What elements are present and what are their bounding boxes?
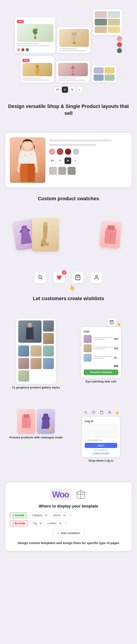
cart-item-price-1: $57 <box>114 338 118 340</box>
size-xs-swatch[interactable]: XS <box>49 158 56 164</box>
card-text-lines-3 <box>22 78 52 81</box>
category-select[interactable]: Category <box>29 512 48 518</box>
svg-point-25 <box>38 276 41 278</box>
woo-title: Where to display your template <box>39 504 98 509</box>
gallery-thumb-7[interactable] <box>30 358 41 369</box>
gallery-thumb-9[interactable] <box>18 370 29 382</box>
cart-block: 👆 Cart $57 <box>70 318 132 384</box>
gallery-block: 11 gorgeous product gallery styles <box>5 318 67 390</box>
text-line <box>17 43 39 44</box>
boot-card <box>32 218 59 252</box>
condition-close-2[interactable]: × <box>65 521 67 525</box>
gallery-thumb-3[interactable] <box>18 346 29 356</box>
gallery-thumb-6[interactable] <box>18 358 29 369</box>
search-icon-btn[interactable] <box>35 272 46 283</box>
layout-card-4 <box>56 61 90 82</box>
svg-line-34 <box>86 413 87 414</box>
cart-item-image-2 <box>84 344 92 352</box>
cart-total-price: $80 <box>114 364 118 368</box>
cart-panel: Cart $57 $22 <box>81 327 121 378</box>
exclude-tag[interactable]: + Exclude <box>10 520 28 526</box>
text-line <box>59 48 77 49</box>
include-tag[interactable]: + Include <box>10 512 27 518</box>
svg-rect-3 <box>34 37 36 39</box>
user-icon <box>94 274 99 280</box>
heart-icon-small[interactable] <box>91 409 97 416</box>
texture-swatch[interactable] <box>49 167 57 175</box>
leather-select[interactable]: Leather <box>44 520 62 526</box>
search-icon-small[interactable] <box>83 409 89 416</box>
bag-icon <box>75 274 81 280</box>
gallery-thumb-8[interactable] <box>43 358 54 369</box>
size-m-swatch[interactable]: M <box>64 158 71 164</box>
card-text-lines-1 <box>17 43 53 51</box>
gallery-thumb-2[interactable] <box>43 333 54 344</box>
password-input[interactable] <box>85 432 117 438</box>
remember-checkbox[interactable] <box>85 439 87 442</box>
wishlist-icon-btn[interactable]: 3 <box>53 272 65 283</box>
login-cursor: 👆 <box>115 410 120 414</box>
color-option-selected[interactable] <box>57 148 63 155</box>
main-gallery-photo <box>18 320 42 343</box>
login-label: Drop-down Log in <box>89 459 113 463</box>
bag-icon <box>100 410 103 414</box>
wishlist-badge: 3 <box>62 270 66 275</box>
checkout-button[interactable]: Proceed to checkout <box>84 370 118 375</box>
add-condition-label: Add condition <box>61 532 80 535</box>
purple-dress-card: 👆 <box>37 409 55 434</box>
texture-swatches <box>49 167 127 175</box>
create-account-link[interactable]: Create an account <box>85 452 117 454</box>
color-option[interactable] <box>49 148 55 155</box>
gallery-thumb-4[interactable] <box>30 346 41 356</box>
add-condition-button[interactable]: + Add condition <box>52 529 85 537</box>
product-price-line <box>49 144 96 146</box>
swatch-block <box>108 26 120 33</box>
forgot-password-link[interactable]: Lost password? <box>85 449 117 451</box>
accent-swatches <box>117 36 122 53</box>
bag-icon-small[interactable] <box>99 409 105 416</box>
action-icons-row: 3 <box>35 268 102 287</box>
swatch-block <box>95 19 107 26</box>
user-icon <box>108 410 112 414</box>
user-icon-btn[interactable] <box>91 272 102 283</box>
person-silhouette <box>10 137 45 182</box>
login-button[interactable]: Log in <box>85 443 117 448</box>
texture-swatch[interactable] <box>68 167 76 175</box>
size-s[interactable]: S <box>62 86 68 93</box>
remember-label: Remember me <box>89 439 102 441</box>
login-block: 👆 Log in Remember me Log in Lost passwor… <box>70 409 132 463</box>
exclude-tag-label: + Exclude <box>13 522 25 525</box>
bag-icon-btn[interactable] <box>72 272 84 283</box>
svg-point-29 <box>28 323 32 327</box>
lamp2-img <box>58 63 88 76</box>
size-m[interactable]: M <box>69 86 75 93</box>
texture-swatch[interactable] <box>58 167 66 175</box>
color-option[interactable] <box>73 148 79 155</box>
size-s-swatch[interactable]: S <box>57 158 63 164</box>
cart-icon-btn[interactable] <box>108 318 116 326</box>
svg-point-16 <box>71 74 75 75</box>
cart-item-details-3 <box>93 356 113 360</box>
cart-item-2: $22 <box>84 344 118 352</box>
cart-item-details-1 <box>93 337 113 341</box>
color-option[interactable] <box>65 148 71 155</box>
size-l-swatch[interactable]: L <box>72 158 79 164</box>
username-input[interactable] <box>85 424 117 430</box>
condition-close-1[interactable]: × <box>69 513 71 517</box>
jacket-icon <box>21 412 32 430</box>
gallery-thumb-5[interactable] <box>43 346 54 356</box>
svg-point-18 <box>25 154 26 156</box>
gallery-thumb-1[interactable] <box>43 320 54 332</box>
user-icon-small[interactable] <box>107 409 113 416</box>
gallery-grid <box>16 318 56 384</box>
cart-item-details-2 <box>93 346 113 350</box>
shoes-select[interactable]: Shoes <box>50 512 66 518</box>
svg-rect-6 <box>74 38 75 42</box>
cursor-on-card: 👆 <box>48 426 52 430</box>
tag-select[interactable]: Tag <box>30 520 43 526</box>
section3-title: Let customers create wishlists <box>33 295 104 302</box>
size-xs[interactable]: XS <box>54 86 61 93</box>
size-l[interactable]: L <box>77 86 83 93</box>
swatch-block <box>95 11 107 18</box>
swatch-block <box>94 67 104 74</box>
